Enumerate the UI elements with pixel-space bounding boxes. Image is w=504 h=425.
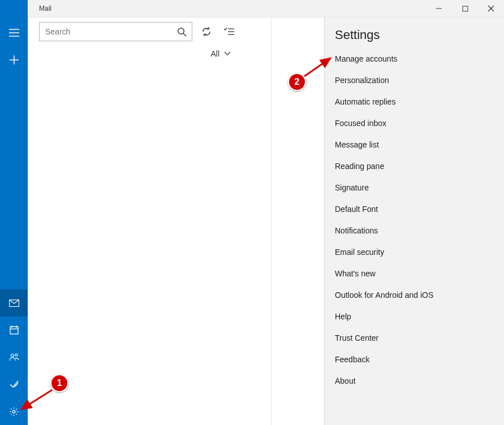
- settings-nav-button[interactable]: [0, 398, 28, 425]
- search-input[interactable]: [45, 27, 176, 36]
- app-title: Mail: [39, 5, 51, 12]
- window-controls: [426, 0, 504, 17]
- settings-item-message-list[interactable]: Message list: [325, 134, 504, 155]
- minimize-button[interactable]: [426, 0, 452, 17]
- chevron-down-icon: [224, 51, 231, 56]
- refresh-button[interactable]: [198, 22, 215, 41]
- search-icon[interactable]: [176, 27, 187, 37]
- settings-item-personalization[interactable]: Personalization: [325, 70, 504, 91]
- settings-panel: Settings Manage accounts Personalization…: [324, 18, 504, 425]
- annotation-marker-2: 2: [288, 73, 306, 91]
- filter-dropdown[interactable]: All: [28, 41, 243, 58]
- settings-item-whats-new[interactable]: What's new: [325, 263, 504, 284]
- message-list-column: All: [28, 18, 243, 425]
- svg-point-10: [11, 354, 14, 357]
- svg-rect-6: [10, 327, 18, 334]
- svg-line-14: [183, 33, 186, 36]
- calendar-nav-button[interactable]: [0, 316, 28, 344]
- select-mode-button[interactable]: [221, 22, 238, 41]
- settings-item-trust-center[interactable]: Trust Center: [325, 327, 504, 349]
- settings-item-focused-inbox[interactable]: Focused inbox: [325, 112, 504, 134]
- search-box[interactable]: [39, 22, 192, 41]
- hamburger-menu-button[interactable]: [0, 19, 28, 46]
- settings-item-feedback[interactable]: Feedback: [325, 349, 504, 370]
- settings-item-automatic-replies[interactable]: Automatic replies: [325, 91, 504, 112]
- settings-title: Settings: [325, 28, 504, 48]
- svg-rect-19: [463, 6, 468, 11]
- close-button[interactable]: [478, 0, 504, 17]
- new-mail-button[interactable]: [0, 46, 28, 73]
- svg-point-11: [15, 354, 18, 356]
- mail-nav-button[interactable]: [0, 289, 28, 316]
- settings-item-about[interactable]: About: [325, 370, 504, 392]
- svg-point-12: [12, 410, 15, 413]
- settings-item-outlook-mobile[interactable]: Outlook for Android and iOS: [325, 284, 504, 306]
- settings-item-notifications[interactable]: Notifications: [325, 220, 504, 241]
- settings-item-email-security[interactable]: Email security: [325, 241, 504, 263]
- filter-label: All: [210, 49, 219, 58]
- maximize-button[interactable]: [452, 0, 478, 17]
- settings-item-signature[interactable]: Signature: [325, 177, 504, 198]
- settings-item-help[interactable]: Help: [325, 306, 504, 327]
- left-navbar: [0, 0, 28, 425]
- settings-item-default-font[interactable]: Default Font: [325, 198, 504, 220]
- people-nav-button[interactable]: [0, 344, 28, 371]
- annotation-marker-1: 1: [50, 374, 68, 392]
- svg-point-13: [178, 28, 184, 34]
- column-divider: [271, 18, 272, 425]
- settings-item-reading-pane[interactable]: Reading pane: [325, 155, 504, 177]
- todo-nav-button[interactable]: [0, 371, 28, 398]
- settings-item-manage-accounts[interactable]: Manage accounts: [325, 48, 504, 70]
